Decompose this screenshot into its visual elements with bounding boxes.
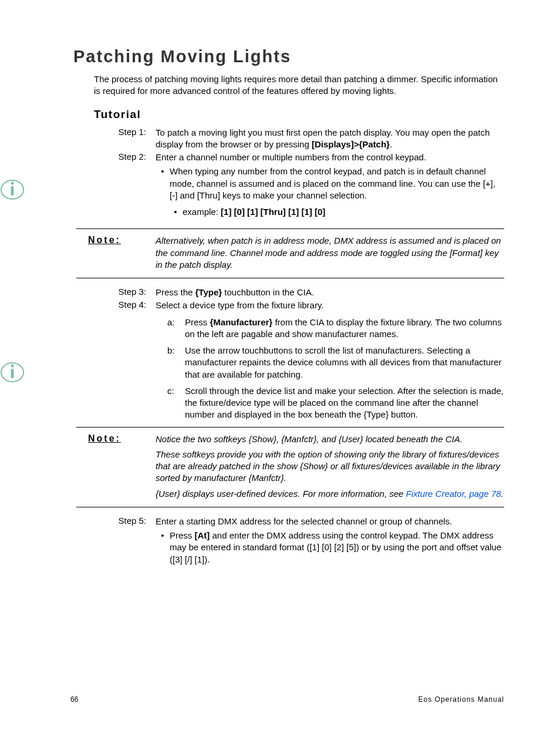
- step5-bullet-text: Press [At] and enter the DMX address usi…: [170, 530, 504, 566]
- step-3: Step 3: Press the {Type} touchbutton in …: [109, 287, 504, 298]
- step4-a-text: Press {Manufacturer} from the CIA to dis…: [185, 317, 504, 341]
- step2-bullet: • When typing any number from the contro…: [156, 166, 504, 201]
- svg-point-4: [11, 365, 14, 368]
- manual-name: Eos Operations Manual: [419, 695, 504, 704]
- bullet-dot: •: [156, 166, 170, 201]
- example-bold: [1] [0] [1] [Thru] [1] [1] [0]: [221, 207, 325, 217]
- letter-a: a:: [167, 317, 185, 341]
- note2-p3: {User} displays user-defined devices. Fo…: [156, 488, 504, 500]
- note-block-1: Note: Alternatively, when patch is in ad…: [76, 228, 504, 278]
- step-2: Step 2: Enter a channel number or multip…: [109, 152, 504, 221]
- step2-text: Enter a channel number or multiple numbe…: [156, 152, 426, 162]
- note-body: Notice the two softkeys {Show}, {Manfctr…: [156, 433, 504, 500]
- step-body: To patch a moving light you must first o…: [156, 127, 504, 151]
- step-body: Select a device type from the fixture li…: [156, 300, 504, 420]
- note-label: Note:: [76, 235, 156, 271]
- note2-p2: These softkeys provide you with the opti…: [156, 449, 504, 484]
- note-body: Alternatively, when patch is in address …: [156, 235, 504, 271]
- step5-bullet-b: and enter the DMX address using the cont…: [170, 530, 501, 564]
- step4-b: b: Use the arrow touchbuttons to scroll …: [167, 345, 504, 381]
- svg-rect-2: [11, 186, 14, 196]
- tutorial-heading: Tutorial: [94, 108, 504, 121]
- note2-p3-b: .: [501, 489, 503, 499]
- step2-bullet-text: When typing any number from the control …: [170, 166, 504, 201]
- step3-text-a: Press the: [156, 287, 195, 297]
- example-prefix: example:: [183, 207, 221, 217]
- step4-c: c: Scroll through the device list and ma…: [167, 385, 504, 421]
- example-text: example: [1] [0] [1] [Thru] [1] [1] [0]: [183, 206, 504, 218]
- svg-point-1: [11, 182, 14, 185]
- step-5: Step 5: Enter a starting DMX address for…: [109, 516, 504, 566]
- page-footer: 66 Eos Operations Manual: [70, 695, 504, 704]
- step5-bullet: • Press [At] and enter the DMX address u…: [156, 530, 504, 566]
- fixture-creator-link[interactable]: Fixture Creator, page 78: [406, 489, 501, 499]
- step-body: Enter a channel number or multiple numbe…: [156, 152, 504, 221]
- step-label: Step 2:: [109, 152, 156, 221]
- letter-c: c:: [167, 385, 185, 421]
- letter-b: b:: [167, 345, 185, 381]
- step1-bold: [Displays]>{Patch}: [312, 139, 390, 149]
- step5-bullet-a: Press: [170, 530, 195, 540]
- step1-text-b: .: [390, 139, 392, 149]
- a-bold: {Manufacturer}: [210, 317, 273, 327]
- a-prefix: Press: [185, 317, 210, 327]
- bullet-dot: •: [168, 206, 183, 218]
- page-number: 66: [70, 695, 78, 704]
- step4-text: Select a device type from the fixture li…: [156, 300, 324, 310]
- step3-bold: {Type}: [195, 287, 222, 297]
- step-body: Press the {Type} touchbutton in the CIA.: [156, 287, 504, 298]
- step-1: Step 1: To patch a moving light you must…: [109, 127, 504, 151]
- svg-rect-5: [11, 369, 14, 378]
- bullet-dot: •: [156, 530, 170, 566]
- page-title: Patching Moving Lights: [73, 47, 504, 66]
- info-icon: [0, 360, 25, 385]
- info-icon: [0, 177, 25, 202]
- step4-c-text: Scroll through the device list and make …: [185, 385, 504, 421]
- step-body: Enter a starting DMX address for the sel…: [156, 516, 504, 566]
- step-4: Step 4: Select a device type from the fi…: [109, 300, 504, 420]
- step-label: Step 3:: [109, 287, 156, 298]
- note2-p3-a: {User} displays user-defined devices. Fo…: [156, 489, 406, 499]
- note-label: Note:: [76, 433, 156, 500]
- note2-p1: Notice the two softkeys {Show}, {Manfctr…: [156, 433, 504, 445]
- step3-text-b: touchbutton in the CIA.: [222, 287, 314, 297]
- intro-paragraph: The process of patching moving lights re…: [94, 73, 504, 97]
- step4-b-text: Use the arrow touchbuttons to scroll the…: [185, 345, 504, 381]
- step4-a: a: Press {Manufacturer} from the CIA to …: [167, 317, 504, 341]
- step-label: Step 4:: [109, 300, 156, 420]
- step-label: Step 1:: [109, 127, 156, 151]
- step-label: Step 5:: [109, 516, 156, 566]
- step5-text: Enter a starting DMX address for the sel…: [156, 516, 452, 526]
- step5-bullet-bold: [At]: [195, 530, 210, 540]
- step2-example: • example: [1] [0] [1] [Thru] [1] [1] [0…: [168, 206, 504, 218]
- note-block-2: Note: Notice the two softkeys {Show}, {M…: [76, 427, 504, 507]
